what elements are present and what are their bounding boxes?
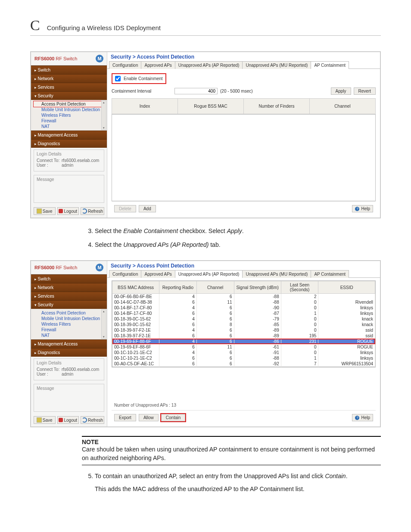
nav-services[interactable]: Services [31,292,107,300]
col-reporting-radio[interactable]: Reporting Radio [159,281,197,294]
delete-button[interactable]: Delete [114,205,136,212]
containment-table[interactable]: Index Rogue BSS MAC Number of Finders Ch… [112,98,376,114]
tab-configuration[interactable]: Configuration [109,270,141,278]
tab-unapproved-mu-reported[interactable]: Unapproved APs (MU Reported) [242,270,311,278]
col-num-finders[interactable]: Number of Finders [244,99,310,114]
refresh-button[interactable]: Refresh [81,416,104,424]
tree-access-point-detection[interactable]: Access Point Detection [34,310,106,316]
tree-nat[interactable]: NAT [34,333,106,338]
tab-configuration[interactable]: Configuration [109,61,141,69]
refresh-button[interactable]: Refresh [81,207,104,215]
col-rogue-bss-mac[interactable]: Rogue BSS MAC [178,99,244,114]
tree-firewall[interactable]: Firewall [34,118,106,124]
nav-management-access[interactable]: Management Access [31,131,107,139]
revert-button[interactable]: Revert [354,87,376,95]
containment-table-body-empty[interactable] [112,114,376,201]
tree-firewall[interactable]: Firewall [34,327,106,333]
save-button[interactable]: Save [34,207,56,215]
col-essid[interactable]: ESSID [318,281,375,294]
apply-button[interactable]: Apply [331,87,351,95]
table-row[interactable]: 00-14-6C-D7-8B-38611-880Rivendell [112,299,375,305]
tab-approved-aps[interactable]: Approved APs [141,270,175,278]
help-button[interactable]: ?Help [352,205,373,212]
nav-services[interactable]: Services [31,83,107,91]
message-box: Message [34,384,104,412]
tab-ap-containment[interactable]: AP Containment [311,270,349,278]
tree-mobile-unit-intrusion[interactable]: Mobile Unit Intrusion Detection [34,316,106,321]
table-row[interactable]: 00-18-39-0C-15-6246-790knack [112,316,375,322]
message-title: Message [37,386,101,391]
nav-network[interactable]: Network [31,283,107,292]
connect-to-value: rfs6000.eselab.com [62,158,99,163]
subtree-scrollbar[interactable]: ▴▾ [101,309,106,339]
enable-containment-checkbox[interactable] [115,76,121,81]
sidebar: RFS6000 RF Switch M Switch Network Servi… [31,52,107,218]
tree-wireless-filters[interactable]: Wireless Filters [34,321,106,327]
help-button[interactable]: ?Help [352,414,373,421]
containment-interval-input[interactable] [174,88,218,94]
nav-security[interactable]: Security [31,300,107,309]
col-last-seen[interactable]: Last Seen (Seconds) [281,281,318,294]
col-bss-mac[interactable]: BSS MAC Address [112,281,159,294]
tab-unapproved-ap-reported[interactable]: Unapproved APs (AP Reported) [175,270,243,278]
allow-button[interactable]: Allow [139,414,159,421]
tab-unapproved-mu-reported[interactable]: Unapproved APs (MU Reported) [242,61,311,69]
brand-bar: RFS6000 RF Switch M [31,261,107,274]
table-row[interactable]: 00-19-69-EF-88-6F46-86231ROGUE [112,339,375,344]
containment-interval-hint: (20 - 5000 msec) [220,89,253,93]
tab-unapproved-ap-reported[interactable]: Unapproved APs (AP Reported) [175,61,243,69]
nav-diagnostics[interactable]: Diagnostics [31,139,107,148]
col-signal-strength[interactable]: Signal Strength (dBm) [234,281,281,294]
table-row[interactable]: 00-1C-10-21-1E-C266-881linksys [112,355,375,361]
save-button[interactable]: Save [34,416,56,424]
col-channel[interactable]: Channel [196,281,234,294]
brand-logo-icon: M [96,264,103,271]
table-row[interactable]: 00-14-BF-17-CF-8066-871linksys [112,311,375,316]
brand-bar: RFS6000 RF Switch M [31,52,107,65]
nav-network[interactable]: Network [31,74,107,83]
sidebar: RFS6000 RF Switch M Switch Network Servi… [31,261,107,426]
screenshot-ap-containment: RFS6000 RF Switch M Switch Network Servi… [30,51,381,218]
unapproved-aps-table[interactable]: BSS MAC Address Reporting Radio Channel … [112,281,375,367]
nav-management-access[interactable]: Management Access [31,339,107,348]
contain-button[interactable]: Contain [161,414,185,421]
tab-bar: Configuration Approved APs Unapproved AP… [107,270,380,278]
tab-approved-aps[interactable]: Approved APs [141,61,175,69]
table-row[interactable]: 00-0F-66-B0-6F-BE46-882 [112,294,375,300]
nav-switch[interactable]: Switch [31,65,107,74]
nav-security[interactable]: Security [31,91,107,100]
table-row[interactable]: 00-1C-10-21-1E-C246-910linksys [112,350,375,355]
brand-sub: RF Switch [56,265,77,270]
table-row[interactable]: 00-A0-C5-DF-AE-1C66-927WRP661513504 [112,361,375,367]
export-button[interactable]: Export [114,414,136,421]
enable-containment-label: Enable Containment [124,76,163,81]
tab-ap-containment[interactable]: AP Containment [311,61,349,69]
table-row[interactable]: 00-18-39-97-F2-1E66-89195ssid [112,333,375,339]
table-row[interactable]: 00-18-39-97-F2-1E46-890ssid [112,327,375,333]
tree-mobile-unit-intrusion[interactable]: Mobile Unit Intrusion Detection [34,107,106,112]
table-row[interactable]: 00-18-39-0C-15-6268-850knack [112,322,375,327]
user-label: User : [37,372,62,376]
table-row[interactable]: 00-19-69-EF-88-6F611-610ROGUE [112,344,375,350]
tree-nat[interactable]: NAT [34,124,106,129]
add-button[interactable]: Add [139,205,156,212]
col-index[interactable]: Index [112,99,178,114]
tree-access-point-detection[interactable]: Access Point Detection [34,101,106,107]
user-label: User : [37,163,62,168]
nav-diagnostics[interactable]: Diagnostics [31,348,107,357]
subtree-scrollbar[interactable]: ▴▾ [101,100,106,130]
tree-wireless-filters[interactable]: Wireless Filters [34,112,106,118]
instruction-steps-5: To contain an unauthorized AP, select an… [30,472,381,493]
table-row[interactable]: 00-14-BF-17-CF-8046-900linksys [112,305,375,311]
nav-switch[interactable]: Switch [31,274,107,283]
brand-model: RFS6000 [34,265,54,270]
security-subtree: Access Point Detection Mobile Unit Intru… [31,309,107,339]
brand-sub: RF Switch [56,56,77,61]
col-channel[interactable]: Channel [310,99,376,114]
refresh-icon [82,417,87,423]
breadcrumb: Security > Access Point Detection [107,52,380,61]
containment-interval-label: Containment Interval [112,89,172,93]
logout-button[interactable]: Logout [57,416,79,424]
logout-icon [59,418,63,422]
logout-button[interactable]: Logout [57,207,79,215]
